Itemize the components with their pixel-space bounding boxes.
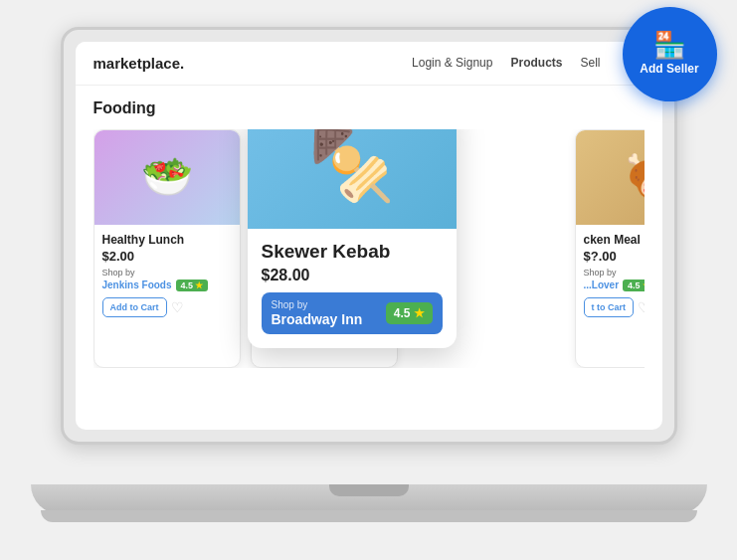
rating-value-1: 4.5	[181, 280, 194, 290]
featured-rating-value: 4.5	[394, 306, 411, 320]
store-icon: 🏪	[653, 32, 685, 58]
navbar: marketplace. Login & Signup Products Sel…	[76, 42, 662, 86]
featured-price: $28.00	[262, 267, 443, 284]
nav-products[interactable]: Products	[510, 56, 562, 70]
featured-card-image: 🍢	[248, 129, 457, 229]
main-content: Fooding 🥗 Healthy Lunch $2.00 Shop by	[76, 86, 662, 382]
add-to-cart-btn-4[interactable]: t to Cart	[584, 297, 635, 317]
star-icon-1: ★	[195, 280, 203, 290]
laptop-screen: marketplace. Login & Signup Products Sel…	[61, 27, 677, 445]
featured-food-emoji: 🍢	[308, 129, 395, 205]
product-card-4: 🍖 cken Meal $?.00 Shop by ...Lover 4.5 ★	[575, 129, 645, 368]
card-actions-1: Add to Cart ♡	[102, 297, 232, 317]
nav-sell[interactable]: Sell	[580, 56, 600, 70]
featured-rating: 4.5 ★	[386, 302, 433, 324]
food-emoji-4: 🍖	[623, 156, 645, 198]
wishlist-btn-1[interactable]: ♡	[171, 299, 184, 315]
product-info-4: cken Meal $?.00 Shop by ...Lover 4.5 ★	[576, 225, 645, 325]
featured-seller-bar: Shop by Broadway Inn 4.5 ★	[262, 292, 443, 334]
shop-by-label-1: Shop by	[102, 268, 232, 278]
brand-logo: marketplace.	[93, 55, 413, 72]
product-name-1: Healthy Lunch	[102, 233, 232, 247]
seller-name-1: Jenkins Foods	[102, 280, 172, 290]
featured-shop-label: Shop by	[272, 299, 363, 310]
featured-star-icon: ★	[414, 306, 425, 320]
product-card-1: 🥗 Healthy Lunch $2.00 Shop by Jenkins Fo…	[93, 129, 241, 368]
product-image-1: 🥗	[94, 130, 240, 225]
product-image-4: 🍖	[576, 130, 645, 225]
screen-inner: marketplace. Login & Signup Products Sel…	[76, 42, 662, 430]
card-actions-4: t to Cart ♡	[584, 297, 645, 317]
seller-row-4: ...Lover 4.5 ★	[584, 280, 645, 291]
featured-info: Skewer Kebab $28.00 Shop by Broadway Inn…	[248, 229, 457, 348]
scene: marketplace. Login & Signup Products Sel…	[31, 17, 707, 544]
add-seller-label: Add Seller	[640, 62, 698, 76]
add-to-cart-btn-1[interactable]: Add to Cart	[102, 297, 167, 317]
nav-links: Login & Signup Products Sell 🛒	[412, 54, 644, 73]
products-row: 🥗 Healthy Lunch $2.00 Shop by Jenkins Fo…	[93, 129, 645, 368]
star-icon-4: ★	[643, 280, 645, 290]
product-price-1: $2.00	[102, 249, 232, 264]
featured-seller-info: Shop by Broadway Inn	[272, 299, 363, 327]
rating-badge-1: 4.5 ★	[176, 280, 209, 291]
seller-row-1: Jenkins Foods 4.5 ★	[102, 280, 232, 291]
featured-seller-name: Broadway Inn	[272, 311, 363, 327]
rating-badge-4: 4.5 ★	[623, 280, 644, 291]
section-title: Fooding	[93, 99, 645, 117]
product-price-4: $?.00	[584, 249, 645, 264]
wishlist-btn-4[interactable]: ♡	[638, 299, 645, 315]
shop-by-label-4: Shop by	[584, 268, 645, 278]
seller-name-4: ...Lover	[584, 280, 620, 290]
rating-value-4: 4.5	[628, 280, 641, 290]
featured-name: Skewer Kebab	[262, 241, 443, 263]
product-info-1: Healthy Lunch $2.00 Shop by Jenkins Food…	[94, 225, 240, 325]
featured-card: 🍢 Skewer Kebab $28.00 Shop by Broadway I…	[248, 129, 457, 348]
laptop-base	[31, 484, 707, 514]
nav-login[interactable]: Login & Signup	[412, 56, 492, 70]
add-seller-button[interactable]: 🏪 Add Seller	[623, 7, 717, 101]
food-emoji-1: 🥗	[141, 156, 193, 198]
product-name-4: cken Meal	[584, 233, 645, 247]
